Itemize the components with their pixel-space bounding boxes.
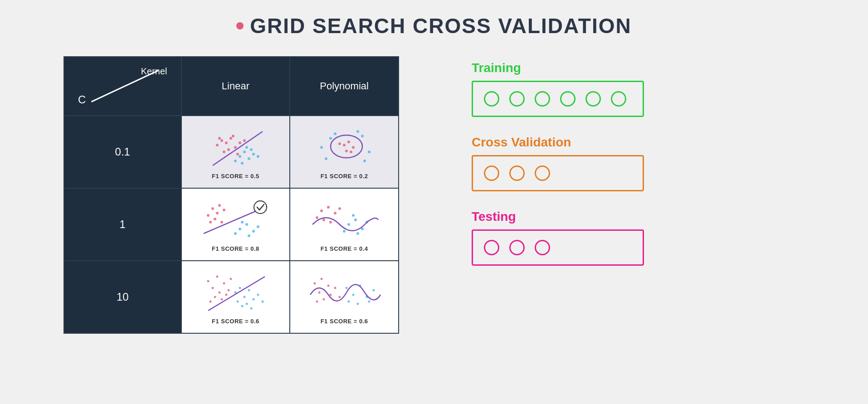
svg-point-23 bbox=[343, 144, 346, 146]
svg-point-75 bbox=[230, 277, 232, 280]
svg-point-1 bbox=[225, 141, 228, 144]
svg-line-0 bbox=[92, 71, 158, 102]
svg-point-98 bbox=[323, 298, 325, 300]
svg-point-39 bbox=[218, 204, 221, 207]
f1-poly-10: F1 SCORE = 0.6 bbox=[321, 318, 368, 325]
svg-point-7 bbox=[232, 135, 234, 137]
f1-poly-1: F1 SCORE = 0.4 bbox=[321, 245, 368, 252]
svg-point-89 bbox=[250, 307, 253, 309]
training-box bbox=[472, 81, 644, 117]
svg-point-33 bbox=[325, 157, 327, 160]
svg-point-99 bbox=[339, 296, 341, 298]
svg-point-15 bbox=[248, 157, 250, 160]
svg-point-94 bbox=[327, 284, 330, 287]
training-circle-1 bbox=[484, 91, 499, 107]
svg-point-46 bbox=[239, 228, 241, 230]
cell-poly-01: F1 SCORE = 0.2 bbox=[290, 116, 399, 188]
svg-point-25 bbox=[352, 146, 355, 149]
svg-point-57 bbox=[334, 212, 336, 214]
grid-table: Kernel C Linear Polynomial 0.1 bbox=[63, 56, 399, 334]
svg-point-83 bbox=[248, 289, 250, 291]
svg-point-93 bbox=[321, 277, 323, 280]
table-row-01: 0.1 bbox=[64, 116, 399, 188]
svg-point-17 bbox=[252, 153, 255, 156]
svg-point-82 bbox=[244, 296, 246, 298]
svg-point-27 bbox=[338, 142, 341, 145]
svg-point-42 bbox=[223, 209, 225, 211]
svg-point-95 bbox=[318, 291, 321, 293]
svg-point-96 bbox=[330, 293, 332, 296]
testing-circle-1 bbox=[484, 240, 499, 255]
svg-line-91 bbox=[208, 277, 265, 311]
svg-point-70 bbox=[216, 275, 219, 277]
svg-point-62 bbox=[347, 223, 350, 226]
training-circle-4 bbox=[560, 91, 575, 107]
svg-point-49 bbox=[234, 232, 237, 235]
svg-point-28 bbox=[350, 151, 352, 153]
svg-point-59 bbox=[316, 216, 318, 219]
svg-point-6 bbox=[227, 148, 230, 151]
svg-point-29 bbox=[329, 137, 332, 140]
testing-label: Testing bbox=[472, 209, 644, 224]
training-circle-3 bbox=[535, 91, 550, 107]
svg-point-43 bbox=[214, 218, 216, 220]
svg-point-97 bbox=[334, 287, 336, 289]
page-title: GRID SEARCH CROSS VALIDATION bbox=[236, 14, 631, 38]
cross-validation-label: Cross Validation bbox=[472, 135, 644, 150]
svg-point-10 bbox=[243, 139, 246, 142]
svg-point-4 bbox=[220, 139, 223, 142]
svg-point-38 bbox=[211, 207, 214, 210]
svg-point-84 bbox=[253, 298, 255, 300]
c-value-1: 1 bbox=[64, 188, 181, 261]
svg-point-87 bbox=[246, 302, 248, 305]
svg-point-106 bbox=[348, 300, 350, 302]
header-row: Kernel C Linear Polynomial bbox=[64, 57, 399, 116]
polynomial-label: Polynomial bbox=[320, 80, 369, 92]
svg-point-56 bbox=[327, 206, 330, 209]
cell-poly-1: F1 SCORE = 0.4 bbox=[290, 188, 399, 261]
header-linear: Linear bbox=[181, 57, 290, 116]
cross-validation-box bbox=[472, 155, 644, 191]
table-row-10: 10 bbox=[64, 261, 399, 333]
svg-point-41 bbox=[216, 212, 219, 214]
svg-point-90 bbox=[237, 300, 239, 302]
cv-circle-2 bbox=[509, 165, 525, 181]
training-label: Training bbox=[472, 61, 644, 75]
svg-point-20 bbox=[250, 148, 253, 151]
svg-point-19 bbox=[241, 162, 244, 165]
cv-circle-3 bbox=[535, 165, 550, 181]
main-content: Kernel C Linear Polynomial 0.1 bbox=[0, 56, 868, 334]
title-text: GRID SEARCH CROSS VALIDATION bbox=[250, 14, 631, 38]
svg-point-79 bbox=[210, 300, 212, 302]
svg-point-92 bbox=[314, 282, 316, 284]
svg-point-52 bbox=[241, 221, 244, 224]
svg-point-14 bbox=[243, 151, 246, 153]
training-circle-5 bbox=[585, 91, 601, 107]
training-group: Training bbox=[472, 61, 644, 117]
f1-linear-01: F1 SCORE = 0.5 bbox=[212, 173, 259, 180]
testing-circle-3 bbox=[535, 240, 550, 255]
testing-box bbox=[472, 229, 644, 266]
cell-linear-1: F1 SCORE = 0.8 bbox=[181, 188, 290, 261]
cell-linear-01: F1 SCORE = 0.5 bbox=[181, 116, 290, 188]
svg-point-86 bbox=[262, 300, 264, 302]
svg-point-51 bbox=[248, 234, 250, 237]
testing-circle-2 bbox=[509, 240, 525, 255]
svg-point-100 bbox=[316, 300, 318, 302]
svg-point-40 bbox=[207, 214, 210, 217]
training-circle-6 bbox=[611, 91, 626, 107]
cell-poly-10: F1 SCORE = 0.6 bbox=[290, 261, 399, 333]
f1-poly-01: F1 SCORE = 0.2 bbox=[321, 173, 368, 180]
svg-point-24 bbox=[347, 141, 350, 143]
svg-point-18 bbox=[245, 146, 248, 149]
svg-point-54 bbox=[254, 201, 267, 214]
linear-label: Linear bbox=[222, 80, 249, 92]
svg-point-74 bbox=[228, 289, 230, 291]
svg-point-30 bbox=[320, 146, 323, 149]
svg-point-31 bbox=[361, 135, 364, 137]
svg-point-37 bbox=[331, 135, 362, 158]
svg-point-2 bbox=[229, 137, 232, 140]
svg-point-108 bbox=[368, 300, 371, 302]
c-value-01: 0.1 bbox=[64, 116, 181, 188]
svg-point-13 bbox=[239, 155, 241, 158]
